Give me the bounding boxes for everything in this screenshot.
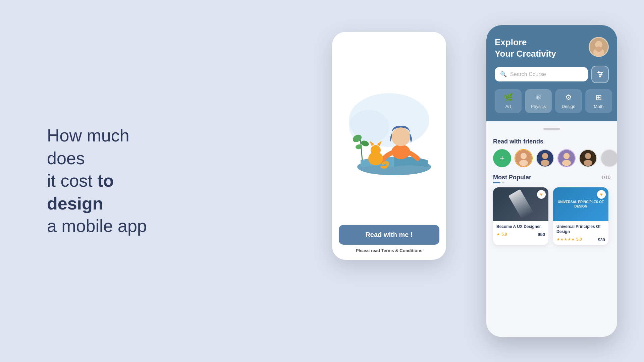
category-art[interactable]: 🌿 Art: [495, 89, 522, 113]
design-label: Design: [562, 104, 575, 109]
svg-point-27: [564, 153, 570, 159]
friends-row: +: [493, 149, 610, 167]
design-icon: ⚙: [565, 93, 572, 102]
stars-2: ★★★★★: [556, 237, 575, 242]
phone-header: Explore Your Creativity 🔍: [486, 25, 617, 121]
pagination-indicator: 1/10: [601, 175, 610, 180]
card-info-1: Become A UX Designer ★ 5.0 $50: [493, 221, 548, 240]
friend-avatar-5[interactable]: [600, 149, 617, 167]
popular-section-title: Most Popular: [493, 174, 531, 181]
svg-point-30: [585, 153, 591, 159]
search-row: 🔍 Search Course: [495, 66, 609, 83]
phone-back-bottom: Read with me ! Please read Terms & Condi…: [339, 225, 439, 253]
avatar-image: [590, 37, 608, 57]
svg-point-17: [598, 72, 599, 73]
svg-point-19: [599, 76, 601, 77]
physics-label: Physics: [531, 104, 546, 109]
filter-icon: [596, 70, 604, 78]
read-with-me-button[interactable]: Read with me !: [339, 225, 439, 245]
category-physics[interactable]: ⚛ Physics: [525, 89, 552, 113]
popular-cards-row: ♥ Become A UX Designer ★ 5.0 $50: [493, 187, 610, 245]
physics-icon: ⚛: [535, 93, 542, 102]
svg-point-18: [601, 74, 602, 75]
search-icon: 🔍: [500, 71, 507, 77]
reading-illustration: [342, 80, 436, 187]
math-icon: ⊞: [596, 93, 602, 102]
svg-point-25: [541, 160, 549, 166]
phone-back: Read with me ! Please read Terms & Condi…: [332, 32, 446, 260]
heart-badge-2[interactable]: ♥: [597, 190, 606, 199]
svg-point-22: [519, 160, 528, 166]
page-wrapper: How much does it cost to design a mobile…: [0, 0, 644, 362]
friends-section-title: Read with friends: [493, 138, 610, 145]
phones-area: Read with me ! Please read Terms & Condi…: [315, 22, 617, 340]
card-price-1: $50: [538, 232, 545, 237]
friend-avatar-4[interactable]: [579, 149, 597, 167]
svg-point-24: [542, 153, 548, 159]
headline: How much does it cost to design a mobile…: [47, 124, 168, 238]
card-title-1: Become A UX Designer: [496, 224, 545, 230]
category-design[interactable]: ⚙ Design: [555, 89, 582, 113]
card-stars-2: ★★★★★ 5.0: [556, 237, 582, 242]
filter-button[interactable]: [591, 66, 609, 83]
illustration-area: [339, 42, 439, 225]
phone-front: Explore Your Creativity 🔍: [486, 25, 617, 337]
card-stars-1: ★ 5.0: [496, 232, 507, 237]
light-beam: [508, 189, 533, 219]
stars-1: ★: [496, 232, 500, 237]
left-text-block: How much does it cost to design a mobile…: [27, 124, 168, 238]
search-placeholder-text: Search Course: [510, 71, 546, 77]
card-title-2: Universal Principles Of Design: [556, 224, 605, 235]
svg-point-28: [562, 160, 571, 166]
search-box[interactable]: 🔍 Search Course: [495, 67, 588, 81]
card-thumb-1: ♥: [493, 187, 548, 221]
card-price-2: $30: [598, 237, 605, 242]
svg-point-31: [584, 160, 592, 166]
art-icon: 🌿: [504, 93, 513, 102]
dot-active: [493, 182, 500, 183]
svg-point-6: [371, 145, 381, 155]
category-math[interactable]: ⊞ Math: [585, 89, 612, 113]
art-label: Art: [505, 104, 511, 109]
svg-point-32: [601, 150, 617, 167]
dot-inactive: [502, 182, 504, 183]
course-card-1[interactable]: ♥ Become A UX Designer ★ 5.0 $50: [493, 187, 548, 245]
heart-badge-1[interactable]: ♥: [537, 190, 546, 199]
add-friend-button[interactable]: +: [493, 149, 511, 167]
friend-avatar-2[interactable]: [536, 149, 554, 167]
friend-avatar-1[interactable]: [515, 149, 533, 167]
rating-2: 5.0: [576, 237, 582, 242]
math-label: Math: [594, 104, 604, 109]
popular-header: Most Popular 1/10: [493, 174, 610, 181]
pagination-dots: [493, 182, 610, 183]
friend-avatar-3[interactable]: [557, 149, 576, 167]
svg-point-21: [521, 153, 527, 159]
header-title: Explore Your Creativity: [495, 37, 556, 60]
user-avatar[interactable]: [589, 37, 609, 57]
card-thumb-2: UNIVERSAL PRINCIPLES OF DESIGN ♥: [553, 187, 608, 221]
friends-section: Read with friends +: [493, 138, 610, 167]
popular-section: Most Popular 1/10 ♥: [493, 174, 610, 245]
rating-1: 5.0: [501, 232, 507, 237]
terms-text: Please read Terms & Conditions: [356, 248, 422, 253]
card-info-2: Universal Principles Of Design ★★★★★ 5.0…: [553, 221, 608, 245]
course-card-2[interactable]: UNIVERSAL PRINCIPLES OF DESIGN ♥ Univers…: [553, 187, 608, 245]
svg-point-4: [391, 127, 410, 146]
drag-handle: [543, 128, 560, 130]
phone-body: Read with friends +: [486, 121, 617, 337]
card-thumb-text-2: UNIVERSAL PRINCIPLES OF DESIGN: [556, 200, 605, 208]
header-top-row: Explore Your Creativity: [495, 37, 609, 60]
categories-row: 🌿 Art ⚛ Physics ⚙ Design ⊞ Math: [495, 89, 609, 113]
